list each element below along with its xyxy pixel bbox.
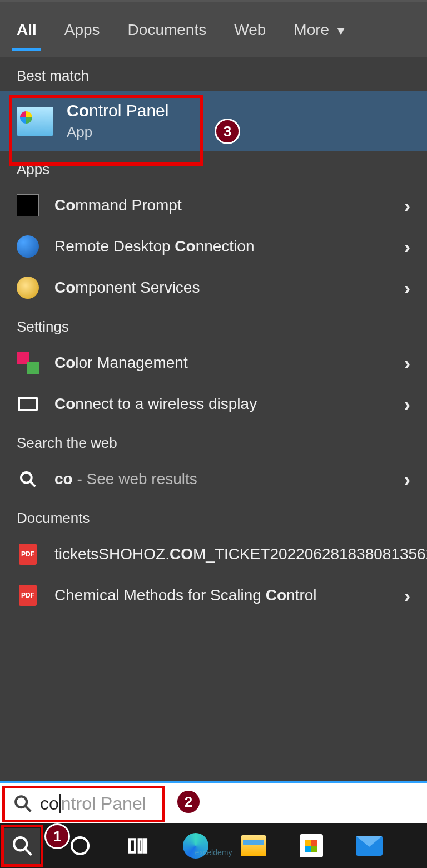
search-typed-text: co xyxy=(40,793,59,814)
cmd-icon xyxy=(17,194,39,216)
taskbar-explorer-button[interactable] xyxy=(236,828,271,864)
display-icon xyxy=(17,393,39,415)
svg-point-0 xyxy=(21,472,32,483)
svg-point-6 xyxy=(72,837,88,854)
search-input-bar[interactable]: control Panel xyxy=(0,781,427,823)
control-panel-icon xyxy=(17,107,53,136)
result-label: Component Services xyxy=(54,277,389,298)
task-view-icon xyxy=(127,835,149,857)
taskbar-mail-button[interactable] xyxy=(351,828,387,864)
folder-icon xyxy=(241,835,266,856)
step-badge-1: 1 xyxy=(44,823,70,849)
chevron-right-icon[interactable]: › xyxy=(404,585,410,606)
svg-line-3 xyxy=(25,806,31,811)
color-icon xyxy=(17,352,39,374)
section-apps: Apps xyxy=(0,151,427,185)
store-icon xyxy=(300,834,323,857)
watermark: exceldemy xyxy=(195,848,232,857)
result-wireless-display[interactable]: Connect to a wireless display › xyxy=(0,383,427,425)
svg-rect-7 xyxy=(130,839,135,852)
result-label: Chemical Methods for Scaling Control xyxy=(54,585,389,606)
result-label: Color Management xyxy=(54,352,389,373)
component-icon xyxy=(17,277,39,299)
result-command-prompt[interactable]: Command Prompt › xyxy=(0,185,427,226)
search-autocomplete: ntrol Panel xyxy=(61,793,146,814)
result-component-services[interactable]: Component Services › xyxy=(0,267,427,308)
best-match-result[interactable]: Control Panel App xyxy=(0,91,427,151)
result-label: ticketsSHOHOZ.COM_TICKET2022062818380813… xyxy=(54,544,427,565)
chevron-right-icon[interactable]: › xyxy=(404,277,410,299)
text-cursor xyxy=(59,794,61,813)
section-documents: Documents xyxy=(0,500,427,534)
tab-all[interactable]: All xyxy=(17,21,37,50)
mail-icon xyxy=(356,836,383,856)
section-best-match: Best match xyxy=(0,57,427,91)
rdc-icon xyxy=(17,235,39,258)
tab-documents[interactable]: Documents xyxy=(128,21,207,50)
annotation-box-1 xyxy=(1,825,43,867)
svg-line-1 xyxy=(30,481,35,486)
taskbar-store-button[interactable] xyxy=(294,828,329,864)
chevron-down-icon: ▼ xyxy=(331,24,347,38)
search-icon xyxy=(13,794,32,813)
search-filter-tabs: All Apps Documents Web More ▼ xyxy=(0,2,427,57)
result-remote-desktop[interactable]: Remote Desktop Connection › xyxy=(0,226,427,267)
result-label: Command Prompt xyxy=(54,195,389,216)
chevron-right-icon[interactable]: › xyxy=(404,195,410,216)
pdf-icon: PDF xyxy=(17,543,39,565)
search-icon xyxy=(17,468,39,490)
svg-point-2 xyxy=(16,796,27,807)
result-label: co - See web results xyxy=(54,468,389,490)
result-label: Connect to a wireless display xyxy=(54,393,389,415)
tab-apps[interactable]: Apps xyxy=(64,21,100,50)
tab-more[interactable]: More ▼ xyxy=(294,21,347,50)
circle-icon xyxy=(69,835,91,857)
tab-web[interactable]: Web xyxy=(234,21,266,50)
result-label: Remote Desktop Connection xyxy=(54,236,389,257)
result-color-management[interactable]: Color Management › xyxy=(0,342,427,383)
taskbar-task-view-button[interactable] xyxy=(120,828,156,864)
section-settings: Settings xyxy=(0,308,427,342)
best-match-title: Control Panel xyxy=(67,101,168,120)
step-badge-2: 2 xyxy=(176,789,201,815)
svg-rect-9 xyxy=(145,839,146,852)
section-web: Search the web xyxy=(0,425,427,458)
result-doc-tickets[interactable]: PDF ticketsSHOHOZ.COM_TICKET202206281838… xyxy=(0,534,427,575)
svg-rect-8 xyxy=(139,839,142,852)
pdf-icon: PDF xyxy=(17,584,39,606)
chevron-right-icon[interactable]: › xyxy=(404,468,410,490)
result-web-search[interactable]: co - See web results › xyxy=(0,458,427,500)
best-match-subtitle: App xyxy=(67,124,168,141)
step-badge-3: 3 xyxy=(215,119,240,144)
chevron-right-icon[interactable]: › xyxy=(404,352,410,374)
result-doc-chemical[interactable]: PDF Chemical Methods for Scaling Control… xyxy=(0,575,427,616)
taskbar-edge-button[interactable] xyxy=(178,828,214,864)
chevron-right-icon[interactable]: › xyxy=(404,393,410,415)
taskbar-search-button[interactable] xyxy=(4,828,40,864)
chevron-right-icon[interactable]: › xyxy=(404,236,410,258)
